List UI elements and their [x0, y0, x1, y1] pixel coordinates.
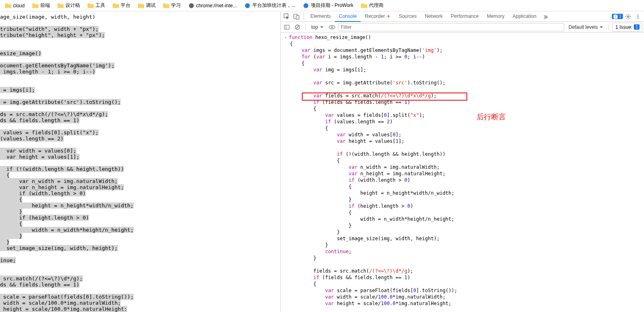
- console-line: [284, 86, 644, 93]
- folder-icon: [138, 2, 144, 9]
- bookmark-label: chrome://net-inte...: [196, 3, 237, 9]
- separator: [609, 24, 609, 30]
- devtools-tab-performance[interactable]: Performance: [447, 11, 483, 22]
- devtools-tab-application[interactable]: Application: [509, 11, 541, 22]
- console-line: if (values.length == 2): [284, 118, 644, 125]
- console-line: var height = scale/100.0*img.naturalHeig…: [284, 300, 644, 307]
- console-line: var n_width = img.naturalWidth;: [284, 164, 644, 170]
- console-line: [284, 73, 644, 80]
- folder-icon: [87, 2, 94, 9]
- bookmark-item[interactable]: 平台加班统计表，...: [242, 1, 298, 10]
- svg-point-17: [331, 26, 333, 28]
- context-selector[interactable]: top: [309, 23, 326, 32]
- console-line: {: [284, 125, 644, 131]
- devtools-tab-elements[interactable]: Elements: [306, 11, 335, 22]
- console-line: var scale = parseFloat(fields[0].toStrin…: [284, 287, 644, 294]
- console-line: if (!(width.length && height.length)): [284, 151, 644, 157]
- svg-line-15: [296, 26, 299, 29]
- console-line: {: [284, 209, 644, 216]
- bookmark-item[interactable]: 工具: [85, 1, 108, 10]
- console-line: var height = values[1];: [284, 138, 644, 144]
- devtools-panel: ElementsConsoleRecorderSourcesNetworkPer…: [280, 11, 644, 312]
- bookmark-item[interactable]: chrome://net-inte...: [186, 2, 239, 10]
- svg-rect-5: [296, 15, 299, 19]
- console-line: [284, 144, 644, 151]
- console-toolbar: top Default levels 1 Issue: 1: [281, 22, 644, 32]
- devtools-tab-recorder[interactable]: Recorder: [361, 11, 395, 22]
- console-line: var src = img.getAttribute('src').toStri…: [284, 80, 644, 86]
- bookmark-item[interactable]: 前端: [30, 1, 52, 10]
- folder-icon: [361, 2, 367, 9]
- bookmark-item[interactable]: 平台: [110, 1, 133, 10]
- console-sidebar-icon[interactable]: [282, 23, 291, 32]
- settings-gear-icon[interactable]: [624, 12, 633, 21]
- console-output[interactable]: 后行断言 ›function hexo_resize_image() { var…: [281, 32, 644, 312]
- bookmark-label: 工具: [95, 2, 105, 9]
- console-line: continue;: [284, 248, 644, 255]
- page-icon: [244, 2, 251, 9]
- svg-point-16: [329, 25, 335, 29]
- console-line: {: [284, 281, 644, 287]
- svg-point-11: [637, 17, 638, 18]
- bookmark-label: 设计稿: [65, 2, 80, 9]
- inspect-element-icon[interactable]: [282, 12, 291, 21]
- page-icon: [303, 2, 309, 9]
- page-code-pane: age_size(image, width, height) tribute("…: [0, 11, 280, 312]
- devtools-tab-memory[interactable]: Memory: [483, 11, 508, 22]
- bookmark-label: 平台: [121, 2, 130, 9]
- console-filter-input[interactable]: [338, 23, 565, 31]
- svg-point-9: [637, 14, 638, 15]
- bookmark-item[interactable]: 学习: [160, 1, 183, 10]
- devtools-tab-network[interactable]: Network: [421, 11, 447, 22]
- svg-text:i: i: [615, 15, 616, 19]
- console-line: height = n_height*width/n_width;: [284, 190, 644, 196]
- more-tabs-icon[interactable]: [541, 12, 550, 21]
- bookmark-item[interactable]: 项目排期 - ProWork: [300, 1, 356, 10]
- console-line: var imgs = document.getElementsByTagName…: [284, 47, 644, 54]
- svg-point-10: [637, 16, 638, 17]
- console-line: var values = fields[0].split("x");: [284, 112, 644, 118]
- bookmark-item[interactable]: 代理商: [358, 1, 386, 10]
- console-line: {: [284, 157, 644, 164]
- folder-icon: [32, 2, 39, 9]
- folder-icon: [57, 2, 64, 9]
- console-line: width = n_width*height/n_height;: [284, 216, 644, 222]
- console-line: [284, 261, 644, 268]
- bookmark-item[interactable]: 设计稿: [55, 1, 82, 10]
- bookmark-item[interactable]: 调试: [135, 1, 158, 10]
- console-line: for (var i = imgs.length - 1; i >= 0; i-…: [284, 54, 644, 60]
- console-line: if (height.length > 0): [284, 203, 644, 209]
- devtools-tab-sources[interactable]: Sources: [395, 11, 421, 22]
- error-badge[interactable]: i1: [612, 14, 623, 19]
- separator: [304, 13, 304, 20]
- console-line: {: [284, 183, 644, 190]
- bookmark-label: 调试: [146, 2, 156, 9]
- bookmark-label: 代理商: [369, 2, 384, 9]
- device-toggle-icon[interactable]: [292, 12, 301, 21]
- bookmark-label: 项目排期 - ProWork: [311, 2, 353, 9]
- devtools-tabs-bar: ElementsConsoleRecorderSourcesNetworkPer…: [281, 11, 644, 22]
- bookmark-label: 前端: [40, 2, 50, 9]
- highlight-annotation-box: [302, 93, 467, 101]
- console-line: set_image_size(img, width, height);: [284, 235, 644, 242]
- bookmark-label: 平台加班统计表，...: [252, 2, 295, 9]
- svg-point-1: [245, 3, 250, 8]
- console-line: var width = values[0];: [284, 131, 644, 138]
- console-line: }: [284, 229, 644, 235]
- recorder-badge-icon: [386, 14, 390, 18]
- bookmark-item[interactable]: cloud: [2, 2, 27, 10]
- devtools-menu-icon[interactable]: [633, 12, 642, 21]
- log-levels-selector[interactable]: Default levels: [566, 23, 605, 32]
- folder-icon: [5, 2, 11, 9]
- svg-rect-12: [284, 25, 289, 29]
- bookmark-label: cloud: [13, 3, 25, 9]
- clear-console-icon[interactable]: [293, 23, 302, 32]
- issues-button[interactable]: 1 Issue: 1: [612, 23, 642, 32]
- console-line: {: [284, 105, 644, 112]
- console-line: }: [284, 255, 644, 261]
- separator: [305, 24, 306, 30]
- devtools-tab-console[interactable]: Console: [335, 11, 361, 22]
- svg-point-0: [189, 3, 194, 8]
- svg-point-8: [627, 16, 629, 17]
- live-expression-icon[interactable]: [327, 23, 336, 32]
